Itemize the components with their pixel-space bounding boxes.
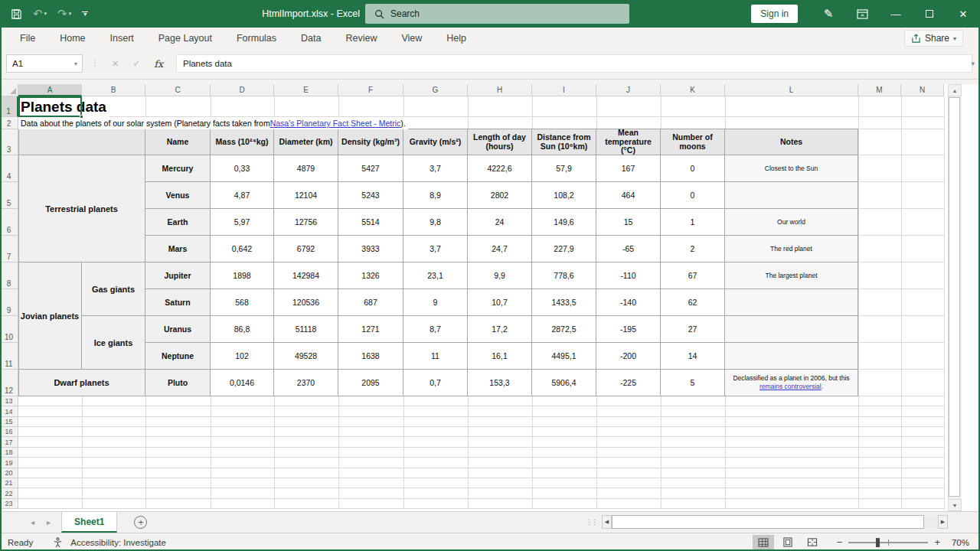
close-button[interactable]: ✕ bbox=[946, 0, 980, 28]
value-jupiter-3[interactable]: 23,1 bbox=[403, 262, 468, 289]
expand-formula-bar-icon[interactable]: ▾ bbox=[971, 60, 975, 67]
row-header-12[interactable]: 12 bbox=[0, 370, 18, 396]
value-uranus-6[interactable]: -195 bbox=[596, 316, 661, 343]
value-mars-2[interactable]: 3933 bbox=[338, 236, 403, 262]
value-earth-5[interactable]: 149,6 bbox=[532, 209, 596, 236]
row-header-13[interactable]: 13 bbox=[0, 396, 18, 406]
prev-sheet-icon[interactable]: ◂ bbox=[31, 518, 34, 527]
planet-name-jupiter[interactable]: Jupiter bbox=[145, 262, 211, 289]
column-header-G[interactable]: G bbox=[403, 84, 468, 96]
row-header-7[interactable]: 7 bbox=[0, 236, 18, 262]
header-mass[interactable]: Mass (10²⁴kg) bbox=[211, 129, 274, 155]
row-header-5[interactable]: 5 bbox=[0, 182, 18, 209]
row-header-2[interactable]: 2 bbox=[0, 117, 18, 129]
planet-name-neptune[interactable]: Neptune bbox=[145, 343, 211, 370]
value-jupiter-2[interactable]: 1326 bbox=[338, 262, 403, 289]
row-header-17[interactable]: 17 bbox=[0, 437, 18, 447]
value-saturn-7[interactable]: 62 bbox=[661, 289, 725, 316]
value-uranus-5[interactable]: 2872,5 bbox=[532, 316, 596, 343]
share-button[interactable]: Share ▾ bbox=[904, 30, 963, 47]
value-neptune-7[interactable]: 14 bbox=[661, 343, 725, 370]
value-mercury-4[interactable]: 4222,6 bbox=[468, 155, 532, 182]
customize-toolbar-icon[interactable]: ▾ bbox=[82, 11, 88, 16]
value-earth-7[interactable]: 1 bbox=[661, 209, 725, 236]
cell-A3[interactable] bbox=[18, 129, 145, 155]
value-saturn-2[interactable]: 687 bbox=[338, 289, 403, 316]
row-header-14[interactable]: 14 bbox=[0, 406, 18, 416]
planet-name-earth[interactable]: Earth bbox=[145, 209, 211, 236]
value-earth-6[interactable]: 15 bbox=[596, 209, 661, 236]
value-jupiter-7[interactable]: 67 bbox=[661, 262, 725, 289]
value-venus-3[interactable]: 8,9 bbox=[403, 182, 468, 209]
header-gravity[interactable]: Gravity (m/s²) bbox=[403, 129, 468, 155]
search-input[interactable]: Search bbox=[365, 4, 629, 24]
value-jupiter-6[interactable]: -110 bbox=[596, 262, 661, 289]
row-header-1[interactable]: 1 bbox=[0, 96, 18, 117]
column-header-D[interactable]: D bbox=[211, 84, 274, 96]
value-venus-7[interactable]: 0 bbox=[661, 182, 725, 209]
inking-icon[interactable]: ✎ bbox=[812, 0, 845, 28]
value-uranus-0[interactable]: 86,8 bbox=[211, 316, 274, 343]
value-mars-7[interactable]: 2 bbox=[661, 236, 725, 262]
note-saturn[interactable] bbox=[725, 289, 858, 316]
value-mercury-3[interactable]: 3,7 bbox=[403, 155, 468, 182]
page-layout-view-button[interactable] bbox=[777, 535, 799, 550]
ribbon-tab-help[interactable]: Help bbox=[434, 28, 479, 49]
value-venus-5[interactable]: 108,2 bbox=[532, 182, 596, 209]
value-mercury-2[interactable]: 5427 bbox=[338, 155, 403, 182]
note-pluto[interactable]: Declassified as a planet in 2006, but th… bbox=[725, 370, 858, 396]
header-notes[interactable]: Notes bbox=[725, 129, 858, 155]
header-density[interactable]: Density (kg/m³) bbox=[338, 129, 403, 155]
horizontal-scrollbar[interactable]: ◀ ▶ bbox=[602, 515, 948, 529]
value-earth-0[interactable]: 5,97 bbox=[211, 209, 274, 236]
value-mercury-7[interactable]: 0 bbox=[661, 155, 725, 182]
note-jupiter[interactable]: The largest planet bbox=[725, 262, 858, 289]
name-box-dropdown-icon[interactable]: ▾ bbox=[74, 60, 82, 67]
column-header-J[interactable]: J bbox=[596, 84, 661, 96]
value-earth-3[interactable]: 9,8 bbox=[403, 209, 468, 236]
row-header-11[interactable]: 11 bbox=[0, 343, 18, 370]
value-mars-5[interactable]: 227,9 bbox=[532, 236, 596, 262]
value-mars-3[interactable]: 3,7 bbox=[403, 236, 468, 262]
ribbon-tab-insert[interactable]: Insert bbox=[98, 28, 146, 49]
value-pluto-7[interactable]: 5 bbox=[661, 370, 725, 396]
ribbon-tab-data[interactable]: Data bbox=[289, 28, 333, 49]
group-jovian-planets[interactable]: Jovian planets bbox=[18, 262, 82, 370]
value-neptune-4[interactable]: 16,1 bbox=[468, 343, 532, 370]
planet-name-saturn[interactable]: Saturn bbox=[145, 289, 211, 316]
zoom-slider-handle[interactable] bbox=[876, 538, 880, 547]
ribbon-tab-page-layout[interactable]: Page Layout bbox=[146, 28, 224, 49]
value-earth-2[interactable]: 5514 bbox=[338, 209, 403, 236]
undo-dropdown-icon[interactable]: ▾ bbox=[44, 11, 47, 17]
sign-in-button[interactable]: Sign in bbox=[751, 5, 798, 23]
note-venus[interactable] bbox=[725, 182, 858, 209]
value-mars-1[interactable]: 6792 bbox=[274, 236, 338, 262]
value-mars-0[interactable]: 0,642 bbox=[211, 236, 274, 262]
value-pluto-0[interactable]: 0,0146 bbox=[211, 370, 274, 396]
header-day-length[interactable]: Length of day (hours) bbox=[468, 129, 532, 155]
value-venus-2[interactable]: 5243 bbox=[338, 182, 403, 209]
accessibility-status[interactable]: Accessibility: Investigate bbox=[70, 538, 166, 547]
value-venus-4[interactable]: 2802 bbox=[468, 182, 532, 209]
value-mercury-6[interactable]: 167 bbox=[596, 155, 661, 182]
value-neptune-5[interactable]: 4495,1 bbox=[532, 343, 596, 370]
value-mars-6[interactable]: -65 bbox=[596, 236, 661, 262]
column-header-C[interactable]: C bbox=[145, 84, 211, 96]
row-header-6[interactable]: 6 bbox=[0, 209, 18, 236]
value-venus-6[interactable]: 464 bbox=[596, 182, 661, 209]
zoom-out-button[interactable]: − bbox=[837, 536, 843, 548]
value-mercury-0[interactable]: 0,33 bbox=[211, 155, 274, 182]
value-venus-0[interactable]: 4,87 bbox=[211, 182, 274, 209]
ribbon-tab-view[interactable]: View bbox=[389, 28, 434, 49]
next-sheet-icon[interactable]: ▸ bbox=[47, 518, 51, 527]
formula-input[interactable]: Planets data bbox=[176, 54, 972, 73]
value-neptune-6[interactable]: -200 bbox=[596, 343, 661, 370]
scrollbar-resize-grip[interactable]: ⋮⋮ bbox=[586, 518, 596, 526]
column-header-M[interactable]: M bbox=[858, 84, 901, 96]
minimize-button[interactable]: — bbox=[879, 0, 913, 28]
group-ice-giants[interactable]: Ice giants bbox=[82, 316, 145, 370]
cancel-icon[interactable]: ✕ bbox=[112, 59, 119, 69]
value-jupiter-0[interactable]: 1898 bbox=[211, 262, 274, 289]
vertical-scroll-thumb[interactable] bbox=[949, 97, 960, 497]
undo-button[interactable]: ↶▾ bbox=[33, 7, 47, 21]
